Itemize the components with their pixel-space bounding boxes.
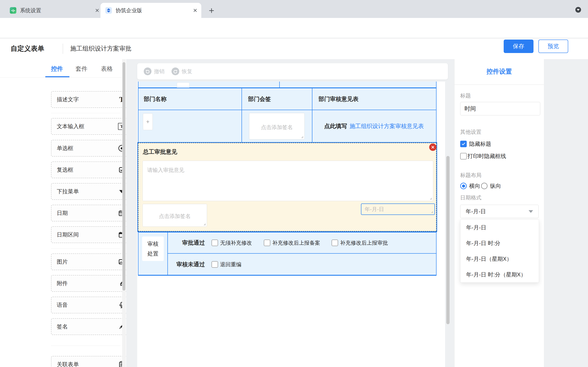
widget-item-text-input[interactable]: 文本输入框 T [51,118,126,135]
tab-close-icon[interactable] [192,7,199,14]
hide-border-print-checkbox[interactable]: 打印时隐藏框线 [460,152,506,160]
radio-unselected-icon [481,183,488,189]
chevron-down-icon [577,9,580,11]
widget-item-dropdown[interactable]: 下拉菜单 [51,183,126,200]
drag-handle[interactable] [177,82,190,88]
checkbox-supplement-approve[interactable] [332,240,338,246]
xiezhu-favicon-icon [105,7,112,14]
radio-selected-icon [460,183,467,189]
tab-search-button[interactable] [575,7,581,13]
resize-handle-icon[interactable] [430,210,434,214]
signature-placeholder: 点击添加签名 [143,213,207,220]
resize-handle-icon[interactable] [203,222,206,226]
cell-divider [279,82,280,87]
cell-divider [242,110,242,142]
sidebar-scrollbar-thumb[interactable] [122,62,125,291]
tab-title: 系统设置 [20,7,94,14]
preview-button[interactable]: 预览 [538,40,568,53]
date-format-option[interactable]: 年-月-日 时:分（星期X） [460,267,539,282]
checkbox-label: 补充修改后上报审批 [340,239,388,247]
widget-item-attachment[interactable]: 附件 [51,275,126,292]
panel-divider [454,84,544,85]
approval-comment-textarea[interactable]: 请输入审批意见 [143,161,433,201]
checkbox-supplement-record[interactable] [264,240,270,246]
page-title: 自定义表单 [11,38,44,59]
redo-button[interactable]: 恢复 [172,63,192,80]
checkbox-label: 隐藏标题 [469,140,491,148]
widget-label: 单选框 [57,145,118,152]
date-format-option[interactable]: 年-月-日 时:分 [460,235,539,251]
browser-window: <|> 系统设置 协筑企业版 [0,0,588,367]
table-header-row[interactable]: 部门名称 部门会签 部门审核意见表 [138,88,437,110]
undo-label: 撤销 [154,68,164,75]
resize-handle-icon[interactable] [429,197,432,200]
tab-close-icon[interactable] [94,7,100,14]
browser-toolbar: xmgl.glodon.com/project-doc/workbench/xf… [0,18,588,38]
sidebar-tab-tables[interactable]: 表格 [101,65,113,73]
close-icon [431,145,435,149]
form-title: 施工组织设计方案审批 [70,38,131,59]
date-format-label: 日期格式 [460,194,481,201]
widget-item-signature[interactable]: 签名 [51,318,126,335]
title-field-label: 标题 [460,92,471,99]
date-format-dropdown: 年-月-日 年-月-日 时:分 年-月-日（星期X） 年-月-日 时:分（星期X… [460,219,539,283]
dept-signature-box[interactable]: 点击添加签名 [249,113,305,140]
signature-placeholder: 点击添加签名 [249,124,304,131]
approval-date-field-selected[interactable]: 年-月-日 [361,203,435,215]
layout-vertical-radio[interactable]: 纵向 [481,182,501,190]
tab-strip: <|> 系统设置 协筑企业版 [0,0,588,18]
chevron-down-icon [528,210,533,213]
title-field-input[interactable] [460,102,540,115]
review-form-link[interactable]: 施工组织设计方案审核意见表 [350,122,424,130]
new-tab-button[interactable] [207,6,216,15]
widget-label: 描述文字 [57,96,118,103]
review-form-cell: 点此填写 施工组织设计方案审核意见表 [312,110,436,142]
tab-title: 协筑企业版 [116,7,192,14]
widget-label: 文本输入框 [57,123,118,130]
date-format-select[interactable]: 年-月-日 [460,205,539,218]
undo-icon [144,67,151,75]
widget-item-date[interactable]: 日期 [51,205,126,221]
date-format-value: 年-月-日 [466,208,486,215]
widget-item-voice[interactable]: 语音 [51,297,126,313]
radio-label: 横向 [469,182,480,190]
undo-button[interactable]: 撤销 [144,63,164,80]
widget-item-image[interactable]: 图片 [51,253,126,270]
widget-item-date-range[interactable]: 日期区间 [51,226,126,243]
sidebar-tab-kits[interactable]: 套件 [76,65,87,73]
date-format-option[interactable]: 年-月-日 [460,220,539,235]
add-row-button[interactable]: + [143,113,153,130]
checkbox-label: 打印时隐藏框线 [467,152,506,160]
fail-row: 审核未通过 退回重编 [168,254,436,275]
checkbox-unchecked-icon [460,153,467,159]
widget-label: 附件 [57,280,118,287]
table-value-row[interactable]: + 点击添加签名 点此填写 施工组织设计方案审核意见表 [138,110,437,143]
save-button[interactable]: 保存 [504,40,534,53]
sidebar-tab-controls[interactable]: 控件 [51,65,63,73]
checkbox-return-rewrite[interactable] [212,261,218,268]
widget-item-radio[interactable]: 单选框 [51,140,126,157]
approval-signature-box[interactable]: 点击添加签名 [143,204,207,227]
header-divider [63,44,63,54]
column-header: 部门会签 [248,95,271,103]
redo-icon [172,67,179,75]
hide-title-checkbox[interactable]: 隐藏标题 [460,140,491,148]
other-settings-label: 其他设置 [460,128,481,136]
review-disposition-section[interactable]: 审核 处置 审批通过 无须补充修改 补充修改后上报备案 补充修改后上报审批 审核… [138,232,437,276]
pass-label: 审批通过 [168,239,205,247]
redo-label: 恢复 [182,68,192,75]
resize-handle-icon[interactable] [300,135,303,138]
canvas-scrollbar-thumb[interactable] [446,156,450,324]
widget-label: 下拉菜单 [57,188,118,195]
layout-horizontal-radio[interactable]: 横向 [460,182,480,190]
widget-label: 日期区间 [57,231,118,238]
widget-item-desc-text[interactable]: 描述文字 T [51,91,126,108]
date-format-option[interactable]: 年-月-日（星期X） [460,251,539,267]
delete-control-button[interactable] [429,143,437,151]
checkbox-no-supplement[interactable] [212,240,218,246]
widget-item-checkbox[interactable]: 复选框 [51,161,126,178]
widget-item-linked-form[interactable]: 关联表单 [51,356,126,367]
browser-tab-system-settings[interactable]: <|> 系统设置 [6,3,100,18]
browser-tab-xiezhu[interactable]: 协筑企业版 [100,3,201,18]
column-header: 部门名称 [144,95,167,103]
